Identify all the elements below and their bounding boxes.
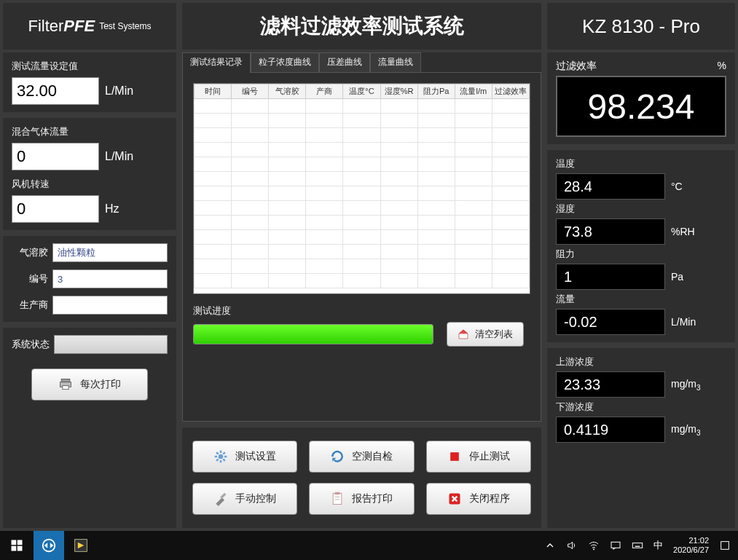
flow-set-panel: 测试流量设定值 32.00 L/Min <box>3 52 176 112</box>
flow-unit: L/Min <box>671 316 696 328</box>
volume-icon[interactable] <box>566 540 578 551</box>
tab-results[interactable]: 测试结果记录 <box>182 52 251 73</box>
eff-value: 98.234 <box>556 76 726 137</box>
svg-rect-22 <box>17 546 23 551</box>
svg-rect-15 <box>335 492 340 494</box>
clock-time: 21:02 <box>673 536 709 545</box>
svg-rect-20 <box>17 540 23 545</box>
brand-part1: Filter <box>28 17 63 36</box>
fan-speed-label: 风机转速 <box>12 178 168 191</box>
results-table[interactable]: 时间编号气溶胶产商温度°C湿度%R阻力Pa流量l/m过滤效率 <box>193 83 530 294</box>
table-row[interactable] <box>195 201 530 216</box>
keyboard-icon[interactable] <box>632 540 643 551</box>
settings-button[interactable]: 测试设置 <box>192 441 297 473</box>
upstream-label: 上游浓度 <box>556 355 726 368</box>
taskbar-app-labview[interactable] <box>66 531 96 560</box>
eff-unit: % <box>718 60 726 73</box>
clear-list-button[interactable]: 清空列表 <box>447 322 524 347</box>
svg-point-26 <box>593 548 594 550</box>
clipboard-icon <box>330 492 345 506</box>
humid-label: 湿度 <box>556 202 726 216</box>
progress-label: 测试进度 <box>193 304 530 318</box>
progress-fill <box>194 325 433 344</box>
conc-panel: 上游浓度 23.33 mg/m3 下游浓度 0.4119 mg/m3 <box>547 348 735 528</box>
resist-value: 1 <box>556 264 665 290</box>
fan-speed-unit: Hz <box>105 202 119 216</box>
svg-rect-13 <box>220 493 226 499</box>
stop-button[interactable]: 停止测试 <box>426 441 531 473</box>
svg-rect-19 <box>12 540 17 545</box>
selfcheck-button[interactable]: 空测自检 <box>309 441 414 473</box>
manual-button[interactable]: 手动控制 <box>192 483 297 515</box>
messages-icon[interactable] <box>610 540 621 551</box>
table-row[interactable] <box>195 274 530 288</box>
table-row[interactable] <box>195 172 530 186</box>
print-each-button[interactable]: 每次打印 <box>31 368 148 401</box>
brand-part2: PFE <box>63 17 95 36</box>
wifi-icon[interactable] <box>588 540 600 551</box>
svg-rect-21 <box>12 546 17 551</box>
flow-set-unit: L/Min <box>105 84 133 98</box>
vendor-input[interactable] <box>52 296 168 315</box>
table-row[interactable] <box>195 245 530 259</box>
tab-flow-curve[interactable]: 流量曲线 <box>370 52 421 73</box>
temp-value: 28.4 <box>556 173 665 200</box>
table-row[interactable] <box>195 143 530 157</box>
mix-flow-input[interactable]: 0 <box>12 143 99 170</box>
svg-rect-12 <box>450 452 459 461</box>
table-row[interactable] <box>195 259 530 274</box>
table-header: 时间 <box>195 84 232 99</box>
status-panel: 系统状态 每次打印 <box>3 328 176 528</box>
brand-sub: Test Systems <box>99 21 151 31</box>
vendor-label: 生产商 <box>12 299 48 312</box>
table-row[interactable] <box>195 216 530 230</box>
svg-rect-28 <box>632 543 642 548</box>
start-button[interactable] <box>1 531 32 560</box>
report-button[interactable]: 报告打印 <box>309 483 414 515</box>
brand-box: FilterPFE Test Systems <box>3 3 176 50</box>
svg-rect-2 <box>63 386 68 390</box>
fan-speed-input[interactable]: 0 <box>12 195 99 223</box>
svg-rect-14 <box>334 494 342 505</box>
table-row[interactable] <box>195 128 530 143</box>
table-header: 产商 <box>306 84 343 99</box>
serial-input[interactable]: 3 <box>52 269 168 288</box>
svg-rect-0 <box>61 379 70 382</box>
table-header: 阻力Pa <box>417 84 455 99</box>
resist-unit: Pa <box>671 271 683 283</box>
clock[interactable]: 21:02 2020/6/27 <box>673 536 709 555</box>
table-row[interactable] <box>195 186 530 201</box>
tray-chevron-icon[interactable] <box>544 540 556 551</box>
tab-particle-curve[interactable]: 粒子浓度曲线 <box>251 52 319 73</box>
ime-indicator[interactable]: 中 <box>653 539 663 552</box>
app-title: 滤料过滤效率测试系统 <box>182 3 541 50</box>
notifications-icon[interactable] <box>719 540 731 551</box>
table-row[interactable] <box>195 99 530 114</box>
mix-flow-unit: L/Min <box>105 150 133 163</box>
aerosol-input[interactable]: 油性颗粒 <box>52 243 168 262</box>
clock-date: 2020/6/27 <box>673 545 709 555</box>
table-row[interactable] <box>195 114 530 128</box>
eff-label: 过滤效率 <box>556 60 597 73</box>
gear-icon <box>213 449 228 464</box>
refresh-icon <box>330 449 345 464</box>
taskbar-app-teamviewer[interactable] <box>34 531 64 560</box>
tab-pressure-curve[interactable]: 压差曲线 <box>319 52 370 73</box>
upstream-value: 23.33 <box>556 371 665 398</box>
flow-set-input[interactable]: 32.00 <box>12 77 99 105</box>
resist-label: 阻力 <box>556 248 726 261</box>
tab-body: 时间编号气溶胶产商温度°C湿度%R阻力Pa流量l/m过滤效率 测试进度 <box>182 72 541 422</box>
printer-icon <box>58 377 73 392</box>
progress-bar <box>193 324 433 344</box>
env-panel: 温度 28.4 °C 湿度 73.8 %RH 阻力 1 <box>547 150 735 342</box>
taskbar[interactable]: 中 21:02 2020/6/27 <box>0 531 738 560</box>
table-row[interactable] <box>195 230 530 245</box>
meta-panel: 气溶胶 油性颗粒 编号 3 生产商 <box>3 236 176 322</box>
table-row[interactable] <box>195 157 530 172</box>
table-header: 气溶胶 <box>269 84 306 99</box>
svg-line-10 <box>216 459 219 461</box>
model-label: KZ 8130 - Pro <box>547 3 735 50</box>
print-each-label: 每次打印 <box>80 378 121 391</box>
close-button[interactable]: 关闭程序 <box>426 483 531 515</box>
flow-label: 流量 <box>556 293 726 306</box>
